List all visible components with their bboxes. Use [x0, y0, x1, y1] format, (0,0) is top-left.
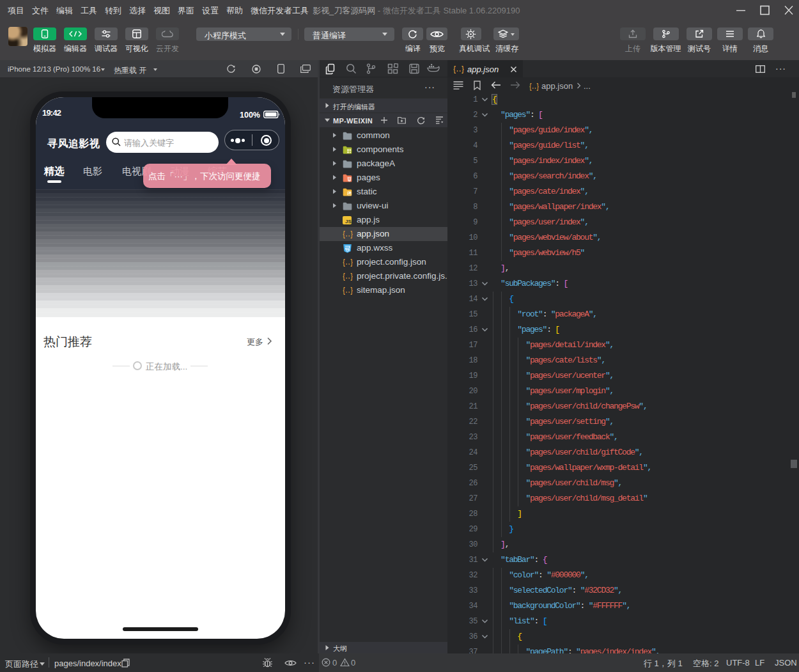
svg-text:{..}: {..}: [453, 65, 464, 74]
svg-text:{..}: {..}: [343, 258, 353, 267]
svg-text:{..}: {..}: [343, 286, 353, 295]
svg-text:{..}: {..}: [343, 230, 353, 238]
svg-text:{..}: {..}: [529, 82, 539, 91]
svg-text:{..}: {..}: [343, 272, 353, 281]
